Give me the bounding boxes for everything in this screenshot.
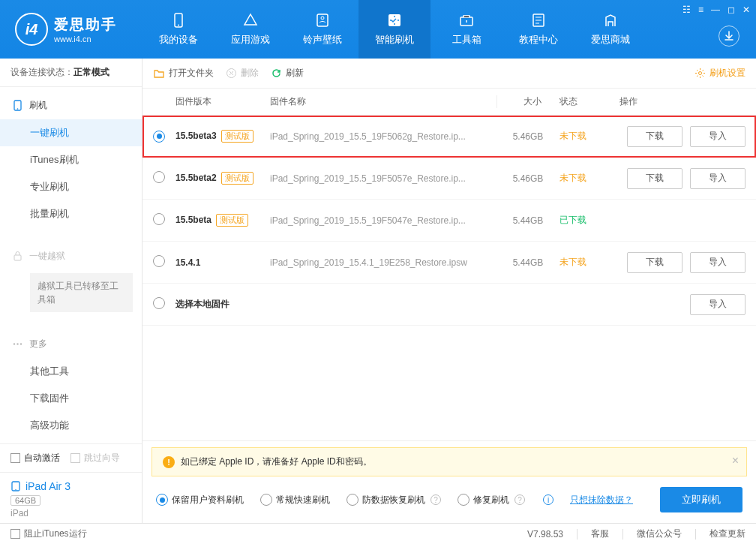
support-link[interactable]: 客服 (591, 527, 609, 540)
import-button[interactable]: 导入 (690, 168, 746, 189)
nav-flash[interactable]: 智能刷机 (358, 0, 430, 59)
flash-mode-option[interactable]: 修复刷机? (458, 494, 525, 506)
help-icon[interactable]: ? (514, 494, 525, 505)
check-update-link[interactable]: 检查更新 (710, 527, 746, 540)
version-label: V7.98.53 (527, 529, 563, 539)
download-button[interactable]: 下载 (627, 126, 682, 147)
firmware-version: 选择本地固件 (176, 298, 270, 311)
flash-mode-option[interactable]: 保留用户资料刷机 (156, 494, 244, 506)
connection-status: 设备连接状态：正常模式 (0, 59, 142, 87)
capacity-badge: 64GB (10, 495, 40, 506)
mode-radio[interactable] (346, 494, 358, 506)
firmware-version: 15.5beta测试版 (176, 214, 270, 227)
nav-apps[interactable]: 应用游戏 (214, 0, 286, 59)
app-logo: i4 爱思助手 www.i4.cn (0, 13, 142, 46)
nav-toolbox[interactable]: 工具箱 (430, 0, 502, 59)
sidebar-flash-item[interactable]: 一键刷机 (0, 119, 142, 146)
firmware-size: 5.46GB (496, 173, 560, 184)
download-button[interactable]: 下载 (627, 168, 682, 189)
table-header: 固件版本 固件名称 大小 状态 操作 (142, 89, 756, 116)
firmware-status: 未下载 (560, 256, 620, 269)
open-folder-button[interactable]: 打开文件夹 (153, 67, 214, 80)
firmware-row[interactable]: 15.4.1iPad_Spring_2019_15.4.1_19E258_Res… (142, 242, 756, 284)
sidebar-flash-item[interactable]: iTunes刷机 (0, 146, 142, 173)
delete-button: 删除 (226, 67, 259, 80)
gear-icon (694, 68, 706, 79)
firmware-status: 未下载 (560, 172, 620, 185)
firmware-row[interactable]: 15.5beta3测试版iPad_Spring_2019_15.5_19F506… (142, 116, 756, 158)
flash-now-button[interactable]: 立即刷机 (660, 487, 742, 512)
firmware-name: iPad_Spring_2019_15.5_19F5062g_Restore.i… (270, 131, 496, 142)
skip-guide-checkbox[interactable]: 跳过向导 (70, 452, 120, 464)
logo-icon: i4 (15, 13, 48, 46)
device-info[interactable]: iPad Air 3 64GB iPad (0, 472, 142, 527)
menu-icon[interactable]: ☷ (682, 5, 691, 15)
firmware-radio[interactable] (153, 255, 165, 267)
sidebar-head-flash[interactable]: 刷机 (0, 92, 142, 119)
import-button[interactable]: 导入 (690, 294, 746, 315)
sidebar-head-jailbreak: 一键越狱 (0, 242, 142, 270)
jailbreak-note: 越狱工具已转移至工具箱 (30, 273, 133, 312)
list-icon[interactable]: ≡ (698, 5, 704, 15)
auto-activate-checkbox[interactable]: 自动激活 (10, 452, 60, 464)
svg-point-11 (16, 343, 18, 344)
firmware-status: 已下载 (560, 214, 620, 227)
store-icon (602, 12, 619, 29)
minimize-icon[interactable]: — (711, 5, 720, 15)
import-button[interactable]: 导入 (690, 126, 746, 147)
firmware-radio[interactable] (153, 171, 165, 183)
svg-point-10 (14, 343, 15, 344)
firmware-version: 15.5beta2测试版 (176, 172, 270, 185)
nav-device[interactable]: 我的设备 (142, 0, 214, 59)
firmware-row[interactable]: 15.5beta测试版iPad_Spring_2019_15.5_19F5047… (142, 200, 756, 242)
mode-radio[interactable] (458, 494, 470, 506)
flash-settings-button[interactable]: 刷机设置 (694, 67, 746, 80)
flash-mode-option[interactable]: 防数据恢复刷机? (346, 494, 441, 506)
sidebar-more-item[interactable]: 其他工具 (0, 358, 142, 385)
refresh-icon (271, 68, 282, 79)
wechat-link[interactable]: 微信公众号 (637, 527, 682, 540)
sidebar-more-item[interactable]: 下载固件 (0, 385, 142, 412)
import-button[interactable]: 导入 (690, 252, 746, 273)
toolbox-icon (458, 12, 475, 29)
svg-point-14 (15, 489, 16, 490)
firmware-row[interactable]: 选择本地固件导入 (142, 284, 756, 326)
download-manager-button[interactable] (718, 26, 740, 47)
download-button[interactable]: 下载 (627, 252, 682, 273)
nav-store[interactable]: 爱思商城 (574, 0, 646, 59)
firmware-radio[interactable] (153, 297, 165, 309)
close-warning-button[interactable]: × (732, 454, 739, 467)
erase-data-link[interactable]: 只想抹除数据？ (570, 494, 633, 506)
svg-point-3 (321, 17, 324, 20)
svg-point-16 (699, 72, 702, 75)
tablet-icon (10, 481, 21, 491)
mode-radio[interactable] (260, 494, 272, 506)
firmware-size: 5.44GB (496, 215, 560, 226)
ringtone-icon (314, 12, 331, 29)
refresh-button[interactable]: 刷新 (271, 67, 304, 80)
sidebar-flash-item[interactable]: 专业刷机 (0, 173, 142, 200)
firmware-radio[interactable] (153, 131, 165, 143)
close-icon[interactable]: ✕ (742, 5, 750, 15)
sidebar-more-item[interactable]: 高级功能 (0, 412, 142, 439)
app-name: 爱思助手 (54, 15, 117, 35)
block-itunes-checkbox[interactable]: 阻止iTunes运行 (10, 527, 87, 540)
firmware-name: iPad_Spring_2019_15.5_19F5057e_Restore.i… (270, 173, 496, 184)
flash-mode-option[interactable]: 常规快速刷机 (260, 494, 330, 506)
nav-tutorial[interactable]: 教程中心 (502, 0, 574, 59)
firmware-version: 15.5beta3测试版 (176, 130, 270, 143)
firmware-name: iPad_Spring_2019_15.4.1_19E258_Restore.i… (270, 257, 496, 268)
firmware-size: 5.44GB (496, 257, 560, 268)
svg-rect-2 (317, 14, 328, 26)
firmware-row[interactable]: 15.5beta2测试版iPad_Spring_2019_15.5_19F505… (142, 158, 756, 200)
folder-icon (153, 68, 165, 80)
sidebar-head-more[interactable]: 更多 (0, 330, 142, 358)
app-url: www.i4.cn (54, 35, 117, 44)
firmware-radio[interactable] (153, 213, 165, 225)
sidebar-flash-item[interactable]: 批量刷机 (0, 200, 142, 227)
mode-radio[interactable] (156, 494, 168, 506)
info-icon[interactable]: i (543, 494, 554, 505)
nav-ringtone[interactable]: 铃声壁纸 (286, 0, 358, 59)
maximize-icon[interactable]: ◻ (728, 5, 735, 15)
help-icon[interactable]: ? (430, 494, 441, 505)
